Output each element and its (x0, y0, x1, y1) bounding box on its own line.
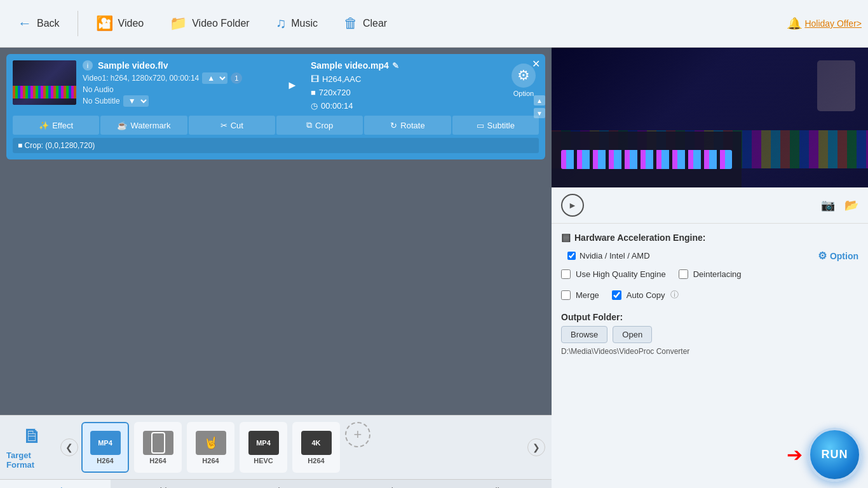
right-panel: ► 📷 📂 ▤ Hardware Acceleration Engine: (552, 48, 868, 488)
crop-icon: ⧉ (306, 120, 312, 130)
bottom-tabs: Popular Video Device Music Toolbox (0, 479, 552, 488)
tab-device[interactable]: Device (220, 480, 331, 488)
scroll-up-button[interactable]: ▲ (534, 95, 545, 105)
trash-icon: 🗑 (344, 15, 358, 32)
format-sub-iphone: H264 (149, 457, 166, 464)
hardware-icon: ▤ (561, 231, 571, 243)
output-filename: Sample video.mp4 (311, 60, 389, 71)
format-nav-left[interactable]: ❮ (60, 438, 78, 456)
video-button[interactable]: 🎦 Video (85, 10, 156, 37)
output-folder-label: Output Folder: (561, 312, 858, 322)
play-button[interactable]: ► (561, 194, 584, 217)
no-audio-text: No Audio (83, 85, 114, 94)
options-two-col: Use High Quality Engine Deinterlacing (561, 269, 858, 284)
no-subtitle-text: No Subtitle (83, 97, 120, 105)
bottom-format-bar: 🗎 Target Format ❮ MP4 H264 (0, 415, 552, 488)
format-icon-mp4: MP4 (90, 431, 121, 455)
auto-copy-row: Auto Copy ⓘ (612, 289, 679, 301)
open-button[interactable]: Open (613, 326, 652, 343)
input-title-row: i Sample video.flv (83, 60, 274, 71)
option-button[interactable]: ⚙ Option (818, 250, 858, 262)
output-folder-section: Output Folder: Browse Open D:\Media\Vide… (561, 312, 858, 356)
options-two-col-2: Merge Auto Copy ⓘ (561, 289, 858, 306)
format-sub-android: H264 (202, 457, 219, 464)
hardware-section-title: ▤ Hardware Acceleration Engine: (561, 231, 858, 243)
tab-subtitle-label: Subtitle (487, 121, 515, 130)
preview-timeline (552, 132, 742, 187)
run-button[interactable]: RUN (808, 428, 862, 482)
deinterlacing-checkbox[interactable] (679, 269, 688, 279)
tab-popular[interactable]: Popular (0, 480, 111, 488)
input-meta-row: Video1: h264, 1280x720, 00:00:14 ▲ 1 (83, 72, 274, 84)
format-icon-android: 🤘 (196, 431, 226, 455)
codec-label: Option (513, 90, 534, 97)
folder-open-button[interactable]: 📂 (844, 198, 858, 212)
clear-label: Clear (363, 18, 387, 29)
tab-cut-label: Cut (231, 121, 243, 130)
high-quality-checkbox[interactable] (561, 269, 571, 279)
input-meta-text: Video1: h264, 1280x720, 00:00:14 (83, 74, 199, 83)
stream-select[interactable]: ▲ (202, 72, 227, 84)
timeline-bar (561, 150, 732, 169)
tab-watermark[interactable]: ☕ Watermark (100, 116, 187, 135)
back-icon: ← (18, 15, 32, 32)
codec-row: 🎞 H264,AAC (311, 74, 399, 84)
output-folder-row: Browse Open (561, 326, 858, 343)
tab-music[interactable]: Music (331, 480, 442, 488)
output-duration: 00:00:14 (321, 101, 353, 111)
duration-row: ◷ 00:00:14 (311, 101, 399, 111)
holiday-offer-label: Holiday Offer> (804, 18, 862, 29)
video-thumbnail (13, 60, 76, 105)
back-button[interactable]: ← Back (6, 10, 71, 37)
format-item-mp4[interactable]: MP4 H264 (81, 422, 129, 473)
music-button[interactable]: ♫ Music (264, 10, 329, 37)
clock-icon: ◷ (311, 101, 318, 111)
subtitle-icon: ▭ (477, 121, 484, 130)
tab-subtitle[interactable]: ▭ Subtitle (452, 116, 539, 135)
auto-copy-checkbox[interactable] (612, 290, 621, 300)
thumbnail-image (13, 60, 76, 105)
convert-arrow-icon: ► (287, 79, 298, 92)
player-right-controls: 📷 📂 (821, 198, 858, 212)
video-label: Video (118, 18, 144, 29)
screenshot-button[interactable]: 📷 (821, 198, 835, 212)
format-item-4k[interactable]: 4K H264 (292, 422, 340, 473)
merge-checkbox[interactable] (561, 290, 571, 300)
format-bar-row: 🗎 Target Format ❮ MP4 H264 (0, 416, 552, 479)
video-folder-button[interactable]: 📁 Video Folder (158, 10, 261, 37)
tab-rotate[interactable]: ↻ Rotate (364, 116, 451, 135)
help-icon[interactable]: ⓘ (670, 289, 679, 301)
clear-button[interactable]: 🗑 Clear (332, 10, 398, 37)
crop-info-text: Crop: (0,0,1280,720) (25, 141, 95, 150)
input-filename: Sample video.flv (98, 60, 168, 71)
scroll-down-button[interactable]: ▼ (534, 108, 545, 118)
holiday-offer[interactable]: 🔔 Holiday Offer> (787, 17, 862, 30)
format-item-android[interactable]: 🤘 H264 (187, 422, 234, 473)
tab-cut[interactable]: ✂ Cut (189, 116, 275, 135)
add-format-button[interactable]: + (345, 422, 370, 447)
tab-toolbox[interactable]: Toolbox (441, 480, 552, 488)
resolution-row: ■ 720x720 (311, 88, 399, 97)
tab-crop[interactable]: ⧉ Crop (276, 116, 363, 135)
player-controls: ► 📷 📂 (552, 187, 868, 224)
format-nav-right[interactable]: ❯ (527, 438, 545, 456)
deinterlacing-label: Deinterlacing (693, 269, 742, 279)
nvidia-checkbox[interactable] (567, 252, 576, 260)
run-area: ➔ RUN (787, 428, 862, 482)
tab-video[interactable]: Video (111, 480, 221, 488)
format-sub-mp4hevc: HEVC (254, 457, 273, 464)
format-sub-4k: H264 (308, 457, 324, 464)
tab-effect[interactable]: ✨ Effect (13, 116, 99, 135)
format-item-mp4hevc[interactable]: MP4 HEVC (240, 422, 287, 473)
close-button[interactable]: ✕ (532, 58, 540, 70)
toolbar: ← Back 🎦 Video 📁 Video Folder ♫ Music 🗑 … (0, 0, 868, 48)
phone-icon (151, 432, 165, 454)
preview-image (552, 48, 868, 187)
edit-icon[interactable]: ✎ (392, 61, 399, 71)
format-icon-4k: 4K (301, 431, 332, 455)
subtitle-select[interactable]: ▼ (123, 95, 149, 107)
format-item-iphone[interactable]: H264 (134, 422, 182, 473)
audio-row: No Audio (83, 85, 274, 94)
browse-button[interactable]: Browse (561, 326, 607, 343)
tab-effect-label: Effect (52, 121, 73, 130)
